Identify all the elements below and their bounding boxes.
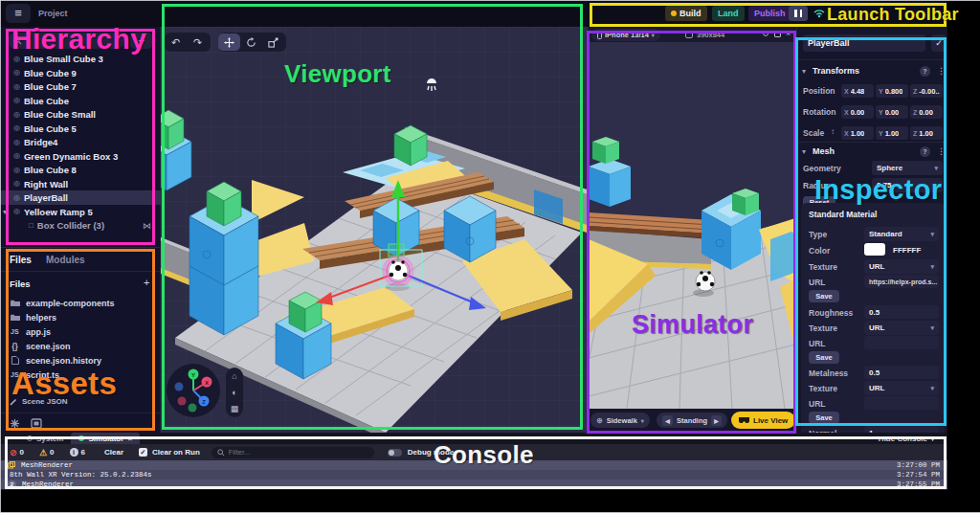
redo-button[interactable]: ↷ [187, 33, 209, 51]
hierarchy-item[interactable]: ◎Blue Small Cube 3 [0, 52, 161, 66]
hierarchy-item[interactable]: ◎Blue Cube Small [0, 107, 161, 122]
light-gizmo-icon[interactable] [425, 77, 438, 93]
live-view-button[interactable]: Live View [731, 412, 795, 429]
rotation-z-input[interactable]: Z0.00 [910, 105, 943, 119]
orientation-gizmo[interactable]: Y X Z [167, 364, 220, 417]
texture-dropdown[interactable]: URL▾ [864, 259, 939, 274]
chevron-down-icon[interactable]: ▾ [3, 208, 7, 216]
publish-button[interactable]: Publish [748, 6, 791, 21]
hierarchy-item-expanded[interactable]: ▾◎Yelloew Ramp 5 [0, 205, 161, 219]
rotation-x-input[interactable]: X0.00 [841, 105, 874, 119]
hierarchy-item[interactable]: ◎Green Dynamic Box 3 [0, 149, 161, 164]
scale-y-input[interactable]: Y1.00 [876, 126, 908, 140]
log-row[interactable]: MeshRenderer 3:27:00 PM [0, 460, 947, 470]
preview-icon[interactable] [31, 418, 42, 429]
normal-input[interactable]: 1 [864, 426, 939, 433]
hierarchy-item[interactable]: ◎Blue Cube [0, 94, 161, 108]
mesh-section-header[interactable]: ▾ Mesh ? ⋮ [797, 145, 947, 159]
land-button[interactable]: Land [712, 6, 745, 21]
radius-input[interactable]: 0.75 [872, 178, 943, 192]
device-selector[interactable]: iPhone 13/14 ▾ [591, 29, 660, 41]
hierarchy-item-selected[interactable]: ◎PlayerBall [0, 190, 161, 205]
close-icon[interactable]: × [786, 29, 791, 38]
add-entity-button[interactable]: + [130, 33, 153, 49]
next-pose-button[interactable]: ▶ [711, 415, 722, 426]
help-icon[interactable]: ? [920, 66, 930, 77]
build-button[interactable]: Build [665, 6, 707, 21]
position-z-input[interactable]: Z-0.00.. [910, 84, 943, 98]
file-row[interactable]: example-components [0, 296, 161, 310]
texture-url-input[interactable] [864, 336, 939, 349]
link-scale-icon[interactable]: ↕ [831, 127, 835, 136]
enabled-checkbox[interactable]: ✓ [931, 34, 947, 52]
file-row[interactable]: scene.json.history [0, 353, 161, 368]
add-file-button[interactable]: + [144, 277, 149, 288]
hierarchy-child-item[interactable]: □Box Collider (3)⋈ [0, 218, 161, 233]
warning-filter[interactable]: ⚠0 [39, 448, 55, 457]
transforms-section-header[interactable]: ▾ Transforms ? ⋮ [797, 65, 947, 78]
help-icon[interactable]: ? [920, 146, 930, 157]
shading-button[interactable]: ◐ [232, 388, 236, 397]
refresh-icon[interactable]: ↻ [762, 29, 769, 38]
log-row[interactable]: 2 MeshRenderer 3:27:55 PM [0, 480, 947, 489]
clear-button[interactable]: Clear [104, 448, 123, 457]
grid-toggle-button[interactable]: ▦ [231, 404, 239, 413]
hierarchy-item[interactable]: ◎Blue Cube 8 [0, 163, 161, 177]
texture-dropdown[interactable]: URL▾ [864, 321, 939, 335]
simulator-scene[interactable] [589, 42, 795, 409]
material-type-dropdown[interactable]: Standard▾ [864, 227, 939, 241]
file-row[interactable]: JS script.ts [0, 368, 161, 382]
undo-button[interactable]: ↶ [165, 33, 187, 51]
hierarchy-search-input[interactable] [8, 33, 124, 49]
move-tool-button[interactable] [218, 33, 240, 51]
file-row[interactable]: {} scene.json [0, 339, 161, 353]
close-tab-icon[interactable]: × [127, 435, 132, 443]
error-filter[interactable]: ⊘0 [10, 448, 24, 457]
metalness-input[interactable]: 0.5 [864, 366, 939, 379]
position-y-input[interactable]: Y0.800 [876, 84, 908, 98]
log-row[interactable]: 8th Wall XR Version: 25.0.2.2384s 3:27:5… [0, 470, 947, 480]
fullscreen-icon[interactable] [774, 31, 781, 37]
texture-url-input[interactable] [864, 396, 939, 410]
home-view-button[interactable]: ⌂ [232, 371, 236, 381]
collapse-icon[interactable]: ⋈ [143, 221, 151, 231]
file-row[interactable]: JS app.js [0, 324, 161, 339]
texture-url-input[interactable]: https://helpx-prod.s... [864, 275, 939, 288]
hierarchy-item[interactable]: ◎Bridge4 [0, 135, 161, 149]
scale-x-input[interactable]: X1.00 [841, 126, 874, 140]
color-swatch[interactable] [864, 243, 885, 256]
prev-pose-button[interactable]: ◀ [662, 415, 673, 426]
hamburger-menu-icon[interactable]: ≡ [6, 4, 31, 23]
scale-tool-button[interactable] [262, 33, 284, 51]
rotation-y-input[interactable]: Y0.00 [876, 105, 908, 119]
hide-console-button[interactable]: Hide Console ▾ [871, 433, 942, 444]
environment-selector[interactable]: ⊕ Sidewalk ▾ [590, 413, 650, 428]
clear-on-run-checkbox[interactable]: ✓ [139, 448, 147, 457]
debug-mode-toggle[interactable] [388, 449, 402, 457]
kebab-menu-icon[interactable]: ⋮ [937, 146, 946, 156]
hierarchy-item[interactable]: ◎Right Wall [0, 177, 161, 191]
save-button[interactable]: Save [809, 290, 839, 302]
info-filter[interactable]: i6 [70, 448, 85, 457]
hierarchy-item[interactable]: ◎Blue Cube 7 [0, 79, 161, 94]
rotate-tool-button[interactable] [240, 33, 262, 51]
save-button[interactable]: Save [809, 351, 839, 364]
file-row[interactable]: helpers [0, 310, 161, 324]
filter-input[interactable] [229, 448, 363, 457]
pause-button[interactable] [789, 6, 808, 21]
hierarchy-item[interactable]: ◎Blue Cube 9 [0, 66, 161, 80]
entity-name-input[interactable]: PlayerBall [803, 34, 925, 52]
texture-dropdown[interactable]: URL▾ [864, 381, 939, 395]
tab-system[interactable]: System [19, 433, 71, 444]
tab-simulator[interactable]: Simulator × [71, 433, 140, 444]
roughness-input[interactable]: 0.5 [864, 305, 939, 319]
rotate-device-icon[interactable] [685, 31, 693, 38]
hierarchy-item[interactable]: ◎Blue Cube 5 [0, 122, 161, 136]
settings-icon[interactable] [10, 418, 20, 429]
scale-z-input[interactable]: Z1.00 [910, 126, 943, 140]
save-button[interactable]: Save [809, 412, 839, 424]
position-x-input[interactable]: X4.48 [841, 84, 874, 98]
inspector-scrollbar[interactable] [944, 218, 947, 309]
viewport-panel[interactable]: ↶ ↷ Y [161, 27, 588, 433]
broadcast-icon[interactable] [813, 7, 826, 18]
